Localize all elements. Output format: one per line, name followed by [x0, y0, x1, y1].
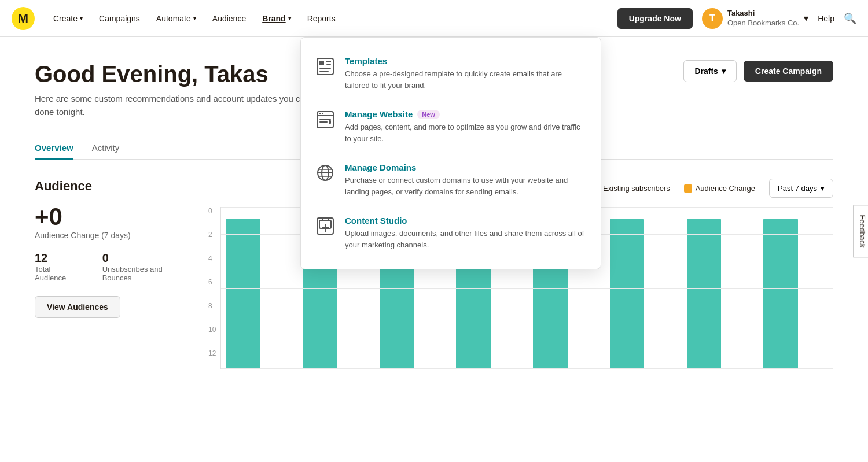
greeting: Good Evening, Takas	[35, 60, 336, 88]
legend-yellow-dot	[684, 184, 692, 193]
svg-rect-14	[329, 120, 331, 124]
dropdown-item-templates[interactable]: Templates Choose a pre-designed template…	[301, 47, 601, 100]
audience-stats-panel: Audience +0 Audience Change (7 days) 12 …	[35, 179, 185, 318]
nav-automate[interactable]: Automate ▾	[149, 9, 203, 28]
total-audience-stat: 12 Total Audience	[35, 252, 79, 282]
dropdown-item-manage-domains[interactable]: Manage Domains Purchase or connect custo…	[301, 153, 601, 206]
svg-rect-3	[319, 61, 324, 65]
dropdown-item-manage-website[interactable]: Manage Website New Add pages, content, a…	[301, 100, 601, 153]
svg-rect-2	[317, 58, 333, 75]
dropdown-item-content-studio[interactable]: Content Studio Upload images, documents,…	[301, 206, 601, 260]
manage-domains-title: Manage Domains	[345, 162, 587, 172]
templates-icon	[315, 56, 336, 77]
bar-existing	[610, 219, 644, 369]
nav-right: Upgrade Now T Takashi Open Bookmarks Co.…	[617, 8, 856, 29]
manage-website-title: Manage Website New	[345, 109, 587, 119]
unsubscribes-stat: 0 Unsubscribes and Bounces	[102, 252, 185, 282]
chevron-down-icon: ▾	[288, 15, 291, 21]
header-text: Good Evening, Takas Here are some custom…	[35, 60, 336, 119]
audience-change-value: +0	[35, 203, 185, 231]
chevron-down-icon: ▾	[722, 66, 726, 76]
audience-title: Audience	[35, 179, 185, 194]
manage-website-desc: Add pages, content, and more to optimize…	[345, 121, 587, 144]
user-info: Takashi Open Bookmarks Co.	[727, 9, 799, 28]
bar-group	[687, 219, 757, 369]
content-studio-title: Content Studio	[345, 216, 587, 226]
chevron-down-icon: ▾	[804, 13, 808, 24]
svg-rect-6	[319, 68, 331, 69]
upgrade-button[interactable]: Upgrade Now	[617, 8, 693, 29]
subtitle: Here are some custom recommendations and…	[35, 93, 336, 119]
bar-group	[226, 219, 296, 369]
user-menu[interactable]: T Takashi Open Bookmarks Co. ▾	[702, 8, 808, 29]
avatar: T	[702, 8, 723, 29]
content-studio-icon	[315, 216, 336, 236]
nav-campaigns[interactable]: Campaigns	[92, 9, 147, 28]
svg-text:M: M	[18, 11, 28, 25]
audience-totals: 12 Total Audience 0 Unsubscribes and Bou…	[35, 252, 185, 282]
create-campaign-button[interactable]: Create Campaign	[744, 61, 833, 82]
nav-audience[interactable]: Audience	[205, 9, 253, 28]
chevron-down-icon: ▾	[80, 15, 83, 21]
bar-group	[610, 219, 680, 369]
header-actions: Drafts ▾ Create Campaign	[683, 60, 833, 82]
bar-existing	[763, 219, 797, 369]
templates-title: Templates	[345, 56, 587, 66]
view-audiences-button[interactable]: View Audiences	[35, 296, 120, 318]
feedback-tab[interactable]: Feedback	[853, 205, 868, 257]
manage-domains-desc: Purchase or connect custom domains to us…	[345, 175, 587, 197]
bar-existing	[687, 219, 721, 369]
tab-overview[interactable]: Overview	[35, 137, 73, 160]
new-badge: New	[417, 110, 440, 119]
bar-existing	[226, 219, 260, 369]
domains-icon	[315, 162, 336, 183]
unsubscribes-value: 0	[102, 252, 185, 265]
tab-activity[interactable]: Activity	[92, 137, 120, 160]
bar-group	[763, 219, 833, 369]
unsubscribes-label: Unsubscribes and Bounces	[102, 265, 185, 282]
legend-change: Audience Change	[684, 184, 755, 193]
website-icon	[315, 109, 336, 130]
chevron-down-icon: ▾	[193, 15, 196, 21]
chevron-down-icon: ▾	[821, 184, 825, 193]
svg-rect-5	[326, 64, 331, 65]
content-studio-desc: Upload images, documents, and other file…	[345, 228, 587, 250]
svg-rect-9	[317, 115, 333, 116]
svg-rect-11	[322, 113, 323, 114]
nav-items: Create ▾ Campaigns Automate ▾ Audience B…	[46, 9, 617, 28]
audience-change-label: Audience Change (7 days)	[35, 231, 185, 240]
y-axis-labels: 12 10 8 6 4 2 0	[208, 207, 216, 357]
svg-rect-4	[326, 61, 331, 62]
svg-rect-13	[319, 121, 328, 123]
nav-brand[interactable]: Brand ▾	[255, 9, 297, 28]
search-icon[interactable]: 🔍	[844, 12, 856, 25]
svg-rect-12	[319, 119, 331, 120]
svg-rect-7	[319, 71, 329, 72]
total-audience-value: 12	[35, 252, 79, 265]
legend-existing: Existing subscribers	[591, 184, 670, 193]
navbar: M Create ▾ Campaigns Automate ▾ Audience…	[0, 0, 868, 37]
logo[interactable]: M	[12, 7, 35, 30]
total-audience-label: Total Audience	[35, 265, 79, 282]
svg-rect-10	[319, 113, 321, 114]
date-filter-button[interactable]: Past 7 days ▾	[769, 179, 833, 198]
brand-dropdown: Templates Choose a pre-designed template…	[300, 37, 601, 269]
templates-desc: Choose a pre-designed template to quickl…	[345, 68, 587, 91]
help-link[interactable]: Help	[818, 14, 834, 23]
nav-create[interactable]: Create ▾	[46, 9, 90, 28]
nav-reports[interactable]: Reports	[300, 9, 343, 28]
drafts-button[interactable]: Drafts ▾	[683, 60, 736, 82]
